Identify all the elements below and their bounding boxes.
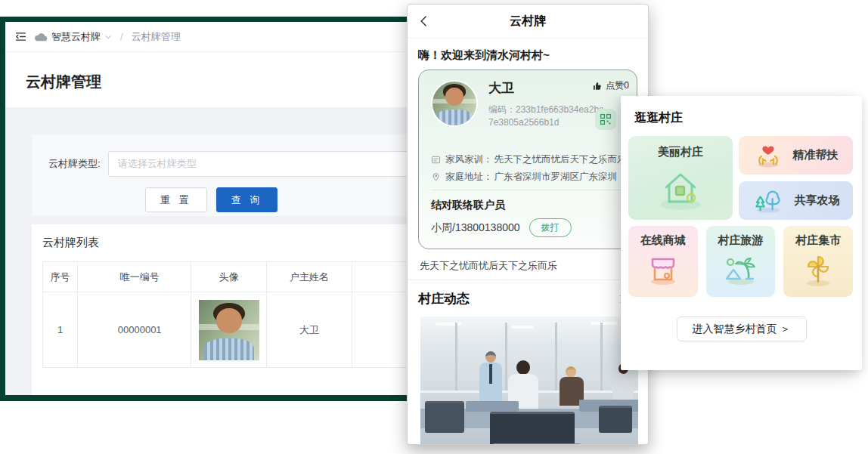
home-address-row: 家庭地址：广东省深圳市罗湖区广东深圳 xyxy=(431,171,617,184)
village-card-type-select[interactable]: 请选择云村牌类型 xyxy=(108,151,408,177)
tile-label: 村庄集市 xyxy=(795,233,841,248)
profile-name: 大卫 xyxy=(488,79,514,97)
collapse-sidebar-icon[interactable] xyxy=(14,30,27,43)
tile-label: 美丽村庄 xyxy=(658,145,703,159)
hands-heart-icon xyxy=(754,143,783,168)
photo-person xyxy=(566,366,576,378)
admin-header: 智慧云村牌 / 云村牌管理 xyxy=(5,22,408,52)
home-address-value: 广东省深圳市罗湖区广东深圳 xyxy=(494,171,618,184)
cell-owner-name: 大卫 xyxy=(267,292,352,368)
admin-body: 智慧云村牌 / 云村牌管理 云村牌管理 云村牌类型: 请选择云村牌类型 xyxy=(5,22,408,395)
table-row[interactable]: 1 00000001 大卫 4408 xyxy=(43,292,409,368)
list-card: 云村牌列表 序号 唯一编号 头像 户主姓名 身份证 1 00000001 xyxy=(32,224,408,395)
welcome-text: 嗨！欢迎来到清水河村村~ xyxy=(408,39,648,69)
list-title: 云村牌列表 xyxy=(42,236,408,250)
col-avatar: 头像 xyxy=(191,262,267,292)
photo-person xyxy=(516,360,530,375)
call-button[interactable]: 拨打 xyxy=(529,218,572,237)
contact-name-phone: 小周/13800138000 xyxy=(431,221,520,235)
tile-village-market[interactable]: 村庄集市 xyxy=(783,226,853,297)
col-id-number: 身份证 xyxy=(352,262,408,292)
phone-navbar: 云村牌 xyxy=(408,5,648,39)
storefront-icon xyxy=(646,253,680,286)
breadcrumb-app-item[interactable]: 智慧云村牌 xyxy=(34,30,112,44)
like-button[interactable]: 点赞0 xyxy=(592,79,629,92)
screenshot-stage: 智慧云村牌 / 云村牌管理 云村牌管理 云村牌类型: 请选择云村牌类型 xyxy=(0,0,868,454)
cell-id-number: 4408841988 xyxy=(352,292,408,368)
likes-count-label: 点赞0 xyxy=(606,79,629,92)
contact-section-title: 结对联络联户员 xyxy=(431,199,505,212)
back-icon[interactable] xyxy=(417,14,431,31)
admin-content: 云村牌类型: 请选择云村牌类型 重 置 查 询 云村牌列表 序号 xyxy=(5,107,408,395)
admin-window: 智慧云村牌 / 云村牌管理 云村牌管理 云村牌类型: 请选择云村牌类型 xyxy=(0,17,408,401)
cell-index: 1 xyxy=(43,292,78,368)
cloud-icon xyxy=(34,32,48,42)
tile-online-mall[interactable]: 在线商城 xyxy=(628,226,698,297)
profile-code: 编码：233b1fe663b34ea2ba7e3805a2566b1d xyxy=(488,103,608,129)
browse-village-title: 逛逛村庄 xyxy=(621,96,862,136)
qr-code-button[interactable] xyxy=(595,109,616,130)
profile-card: 大卫 编码：233b1fe663b34ea2ba7e3805a2566b1d 点… xyxy=(418,69,637,249)
tile-targeted-assistance[interactable]: 精准帮扶 xyxy=(739,136,853,174)
tile-label: 在线商城 xyxy=(640,233,686,248)
family-motto-label: 家风家训： xyxy=(445,153,493,166)
breadcrumb-separator: / xyxy=(120,31,123,42)
chevron-down-icon xyxy=(104,33,112,41)
tile-village-tourism[interactable]: 村庄旅游 xyxy=(706,226,776,297)
browse-village-panel: 逛逛村庄 美丽村庄 xyxy=(621,96,862,370)
notice-marquee: 先天下之忧而忧后天下之乐而乐 xyxy=(408,253,648,280)
select-placeholder: 请选择云村牌类型 xyxy=(118,157,197,171)
profile-avatar-photo xyxy=(431,80,478,127)
breadcrumb-current-page: 云村牌管理 xyxy=(132,30,181,44)
owner-avatar-photo xyxy=(199,300,259,360)
col-index: 序号 xyxy=(43,262,78,292)
cell-code: 00000001 xyxy=(78,292,191,368)
photo-ceiling xyxy=(420,317,638,344)
breadcrumb-app-label: 智慧云村牌 xyxy=(51,30,101,44)
trees-icon xyxy=(752,188,784,214)
tile-label: 精准帮扶 xyxy=(793,148,839,162)
location-pin-icon xyxy=(431,172,441,182)
tile-label: 村庄旅游 xyxy=(718,233,764,248)
col-code: 唯一编号 xyxy=(78,262,191,292)
photo-monitor xyxy=(599,406,632,433)
family-motto-row: 家风家训：先天下之忧而忧后天下之乐而乐 xyxy=(431,153,627,166)
tile-label: 共享农场 xyxy=(795,193,840,208)
pinwheel-icon xyxy=(801,253,835,288)
photo-monitor xyxy=(425,401,464,433)
village-news-title: 村庄动态 xyxy=(418,290,470,307)
home-address-label: 家庭地址： xyxy=(445,171,493,184)
qr-code-icon xyxy=(600,113,612,125)
palm-tree-icon xyxy=(723,253,759,286)
photo-keyboard xyxy=(493,443,581,445)
page-title: 云村牌管理 xyxy=(5,52,408,107)
village-news-header: 村庄动态 更多 xyxy=(408,280,648,315)
family-motto-value: 先天下之忧而忧后天下之乐而乐 xyxy=(494,153,627,166)
profile-code-label: 编码： xyxy=(488,104,516,115)
cell-avatar xyxy=(191,292,267,368)
table-header-row: 序号 唯一编号 头像 户主姓名 身份证 xyxy=(43,262,409,292)
house-icon xyxy=(656,167,705,211)
phone-screen: 云村牌 嗨！欢迎来到清水河村村~ 大卫 编码：233b1fe663b34ea2b… xyxy=(407,4,649,445)
reset-button[interactable]: 重 置 xyxy=(145,187,207,212)
query-button[interactable]: 查 询 xyxy=(216,187,278,212)
village-tiles: 美丽村庄 xyxy=(621,136,862,297)
village-news-photo xyxy=(420,317,638,445)
phone-page-title: 云村牌 xyxy=(510,14,546,29)
tile-shared-farm[interactable]: 共享农场 xyxy=(739,181,853,220)
photo-person xyxy=(485,351,496,363)
village-card-type-label: 云村牌类型: xyxy=(48,157,101,171)
card-divider xyxy=(431,190,625,190)
thumbs-up-icon xyxy=(592,81,603,91)
filter-card: 云村牌类型: 请选择云村牌类型 重 置 查 询 xyxy=(32,134,408,216)
col-owner-name: 户主姓名 xyxy=(267,262,352,292)
smart-village-home-button[interactable]: 进入智慧乡村首页 ＞ xyxy=(677,317,807,341)
certificate-icon xyxy=(431,155,441,165)
photo-monitor xyxy=(490,412,575,445)
tile-beautiful-village[interactable]: 美丽村庄 xyxy=(628,136,733,220)
village-card-table: 序号 唯一编号 头像 户主姓名 身份证 1 00000001 xyxy=(42,261,408,368)
contact-row: 小周/13800138000 拨打 xyxy=(431,218,572,237)
